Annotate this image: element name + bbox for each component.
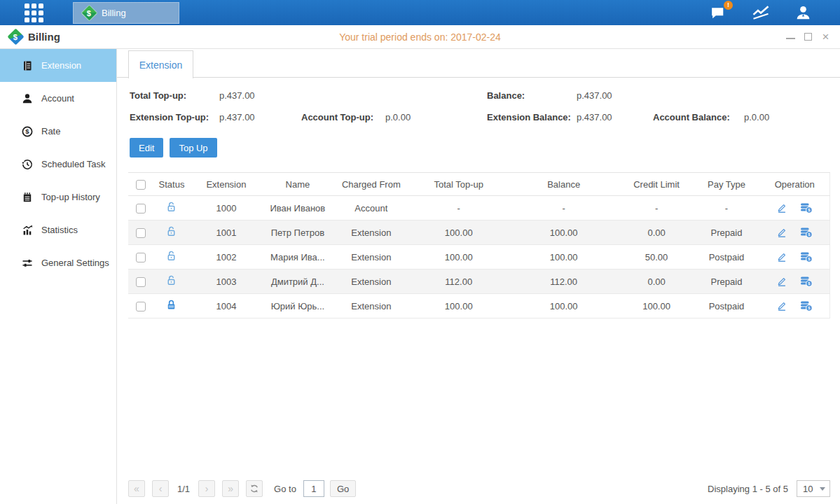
credit-limit-cell: 0.00	[620, 270, 694, 294]
name-cell: Мария Ива...	[263, 245, 333, 270]
scheduled-task-icon	[21, 158, 34, 171]
sidebar-item-account[interactable]: Account	[0, 82, 116, 115]
charged-from-cell: Account	[333, 196, 410, 220]
pay-type-cell: Prepaid	[694, 220, 760, 245]
name-cell: Юрий Юрь...	[263, 294, 333, 318]
summary-label: Account Balance:	[653, 112, 744, 122]
user-icon[interactable]	[794, 4, 812, 22]
sidebar-item-rate[interactable]: $ Rate	[0, 115, 116, 148]
page-indicator: 1/1	[177, 484, 190, 494]
edit-icon[interactable]	[776, 276, 787, 287]
topup-icon[interactable]: $	[800, 251, 813, 262]
sidebar-item-extension[interactable]: Extension	[0, 49, 116, 82]
app-title-text: Billing	[28, 31, 60, 43]
sidebar-item-general-settings[interactable]: General Settings	[0, 246, 116, 279]
total-topup-cell: 100.00	[410, 245, 508, 270]
column-balance: Balance	[508, 173, 620, 196]
balance-cell: -	[508, 196, 620, 220]
messages-icon[interactable]: !	[710, 4, 727, 22]
row-checkbox[interactable]	[136, 277, 146, 287]
summary-label: Extension Balance:	[487, 112, 577, 122]
reports-icon[interactable]	[751, 3, 771, 22]
credit-limit-cell: 100.00	[620, 294, 694, 318]
summary-value: p.437.00	[219, 112, 301, 122]
go-button[interactable]: Go	[330, 480, 356, 497]
goto-label: Go to	[274, 484, 296, 494]
balance-cell: 100.00	[508, 220, 620, 245]
tab-extension[interactable]: Extension	[128, 50, 193, 78]
total-topup-cell: 112.00	[410, 270, 508, 294]
charged-from-cell: Extension	[333, 270, 410, 294]
sidebar-item-label: General Settings	[41, 258, 109, 268]
refresh-button[interactable]	[246, 480, 263, 497]
app-title: $ Billing	[10, 31, 60, 43]
edit-icon[interactable]	[776, 227, 787, 238]
table-header-row: Status Extension Name Charged From Total…	[128, 173, 830, 196]
topup-icon[interactable]: $	[800, 202, 813, 214]
extension-cell: 1001	[190, 220, 263, 245]
edit-icon[interactable]	[776, 251, 787, 262]
topup-icon[interactable]: $	[800, 227, 813, 238]
credit-limit-cell: 50.00	[620, 245, 694, 270]
row-checkbox[interactable]	[136, 204, 146, 214]
goto-page-input[interactable]	[303, 480, 324, 497]
first-page-button[interactable]: «	[128, 480, 145, 497]
chevron-down-icon	[820, 487, 825, 491]
extension-cell: 1003	[190, 270, 263, 294]
edit-icon[interactable]	[776, 202, 787, 214]
row-checkbox[interactable]	[136, 228, 146, 238]
edit-button[interactable]: Edit	[130, 138, 163, 158]
unlocked-icon	[165, 250, 177, 264]
name-cell: Петр Петров	[263, 220, 333, 245]
sidebar-item-scheduled-task[interactable]: Scheduled Task	[0, 148, 116, 181]
topup-icon[interactable]: $	[800, 300, 813, 312]
minimize-icon[interactable]	[786, 32, 795, 41]
top-up-button[interactable]: Top Up	[170, 138, 216, 158]
refresh-icon	[249, 484, 259, 493]
column-name: Name	[263, 173, 333, 196]
sidebar-item-statistics[interactable]: Statistics	[0, 214, 116, 246]
next-page-button[interactable]: ›	[198, 480, 215, 497]
sidebar-item-topup-history[interactable]: Top-up History	[0, 181, 116, 214]
extension-icon	[21, 59, 34, 72]
summary-label: Balance:	[487, 90, 577, 101]
edit-icon[interactable]	[776, 300, 787, 312]
column-pay-type: Pay Type	[694, 173, 760, 196]
credit-limit-cell: 0.00	[620, 220, 694, 245]
summary-value: p.437.00	[577, 90, 653, 101]
billing-summary: Total Top-up: p.437.00 Balance: p.437.00…	[117, 78, 840, 128]
table-row: 1001 Петр Петров Extension 100.00 100.00…	[128, 220, 830, 245]
charged-from-cell: Extension	[333, 294, 410, 318]
select-all-checkbox[interactable]	[136, 180, 146, 190]
name-cell: Иван Иванов	[263, 196, 333, 220]
name-cell: Дмитрий Д...	[263, 270, 333, 294]
total-topup-cell: 100.00	[410, 220, 508, 245]
apps-grid-icon[interactable]	[25, 4, 43, 22]
row-checkbox[interactable]	[136, 253, 146, 262]
pay-type-cell: -	[694, 196, 760, 220]
nav-tab-billing[interactable]: $ Billing	[73, 2, 179, 24]
top-navbar: $ Billing !	[0, 0, 840, 25]
extension-cell: 1002	[190, 245, 263, 270]
sidebar-item-label: Rate	[41, 126, 60, 136]
prev-page-button[interactable]: ‹	[152, 480, 169, 497]
summary-value: p.0.00	[744, 112, 769, 122]
summary-label: Extension Top-up:	[130, 112, 219, 122]
topup-icon[interactable]: $	[800, 276, 813, 287]
summary-label: Account Top-up:	[301, 112, 385, 122]
row-checkbox[interactable]	[136, 302, 146, 312]
total-topup-cell: -	[410, 196, 508, 220]
topup-history-icon	[21, 191, 34, 204]
table-row: 1003 Дмитрий Д... Extension 112.00 112.0…	[128, 270, 830, 294]
locked-icon	[165, 299, 177, 313]
column-charged-from: Charged From	[333, 173, 410, 196]
extension-cell: 1004	[190, 294, 263, 318]
sidebar-item-label: Extension	[41, 60, 81, 71]
maximize-icon[interactable]	[804, 32, 813, 41]
close-icon[interactable]: ×	[821, 32, 830, 41]
page-size-select[interactable]: 10	[797, 480, 830, 497]
svg-text:$: $	[25, 127, 29, 135]
pagination-bar: « ‹ 1/1 › » Go to Go Displaying 1 - 5 of…	[128, 479, 830, 498]
last-page-button[interactable]: »	[222, 480, 239, 497]
table-row: 1004 Юрий Юрь... Extension 100.00 100.00…	[128, 294, 830, 318]
